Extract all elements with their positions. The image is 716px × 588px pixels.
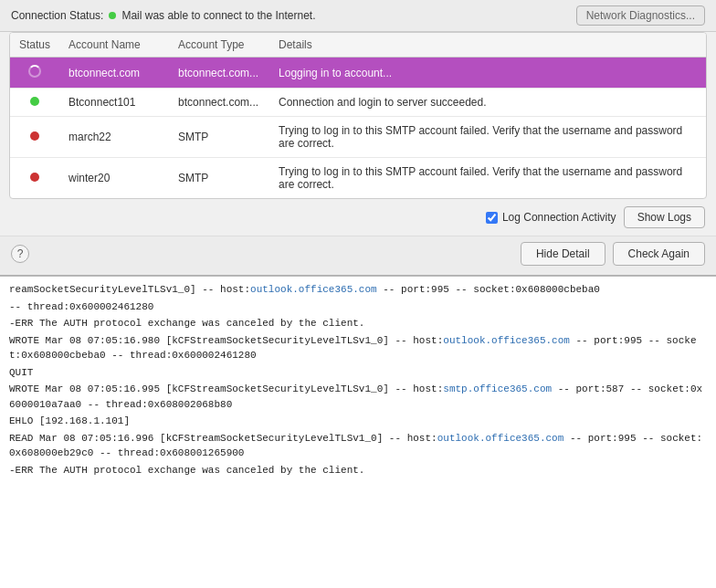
log-panel[interactable]: reamSocketSecurityLevelTLSv1_0] -- host:…	[0, 276, 716, 588]
details-cell: Trying to log in to this SMTP account fa…	[269, 158, 706, 199]
accounts-tbody: btconnect.combtconnect.com...Logging in …	[10, 58, 706, 199]
table-row[interactable]: btconnect.combtconnect.com...Logging in …	[10, 58, 706, 89]
account-name-cell: btconnect.com	[59, 58, 169, 89]
network-diagnostics-button[interactable]: Network Diagnostics...	[576, 5, 705, 26]
col-header-account-name: Account Name	[59, 33, 169, 58]
log-line: EHLO [192.168.1.101]	[9, 414, 707, 429]
status-dot	[30, 97, 39, 106]
table-row[interactable]: march22SMTPTrying to log in to this SMTP…	[10, 117, 706, 158]
details-cell: Connection and login to server succeeded…	[269, 89, 706, 117]
connection-green-dot	[109, 12, 116, 19]
action-buttons-row: ? Hide Detail Check Again	[0, 236, 716, 275]
account-type-cell: btconnect.com...	[169, 89, 269, 117]
status-cell	[10, 58, 59, 89]
help-button[interactable]: ?	[11, 245, 29, 263]
status-cell	[10, 158, 59, 199]
right-buttons: Hide Detail Check Again	[521, 242, 705, 266]
log-line: WROTE Mar 08 07:05:16.980 [kCFStreamSock…	[9, 333, 707, 363]
accounts-table: Status Account Name Account Type Details…	[10, 33, 706, 198]
log-line: QUIT	[9, 365, 707, 381]
check-again-button[interactable]: Check Again	[613, 242, 705, 266]
details-cell: Trying to log in to this SMTP account fa…	[269, 117, 706, 158]
log-link: outlook.office365.com	[437, 433, 564, 444]
top-panel: Connection Status: Mail was able to conn…	[0, 0, 716, 276]
details-text: Connection and login to server succeeded…	[279, 96, 486, 109]
account-type-cell: SMTP	[169, 117, 269, 158]
status-dot	[30, 173, 39, 182]
log-line: WROTE Mar 08 07:05:16.995 [kCFStreamSock…	[9, 382, 707, 412]
table-row[interactable]: winter20SMTPTrying to log in to this SMT…	[10, 158, 706, 199]
account-name-cell: Btconnect101	[59, 89, 169, 117]
status-dot	[28, 65, 41, 78]
account-type-cell: btconnect.com...	[169, 58, 269, 89]
connection-status-left: Connection Status: Mail was able to conn…	[11, 9, 316, 22]
connection-status-text: Mail was able to connect to the Internet…	[121, 9, 315, 22]
log-line: -ERR The AUTH protocol exchange was canc…	[9, 463, 707, 478]
log-line: -ERR The AUTH protocol exchange was canc…	[9, 316, 707, 331]
col-header-status: Status	[10, 33, 59, 58]
table-header-row: Status Account Name Account Type Details	[10, 33, 706, 58]
status-cell	[10, 89, 59, 117]
show-logs-button[interactable]: Show Logs	[624, 206, 705, 228]
log-activity-text: Log Connection Activity	[502, 211, 616, 224]
log-line: reamSocketSecurityLevelTLSv1_0] -- host:…	[9, 282, 707, 298]
status-cell	[10, 117, 59, 158]
hide-detail-button[interactable]: Hide Detail	[521, 242, 605, 266]
log-link: outlook.office365.com	[443, 335, 570, 346]
account-type-cell: SMTP	[169, 158, 269, 199]
log-line: -- thread:0x600002461280	[9, 299, 707, 315]
account-name-cell: winter20	[59, 158, 169, 199]
log-link: outlook.office365.com	[250, 284, 377, 295]
accounts-table-container: Status Account Name Account Type Details…	[9, 32, 707, 199]
table-row[interactable]: Btconnect101btconnect.com...Connection a…	[10, 89, 706, 117]
account-name-cell: march22	[59, 117, 169, 158]
col-header-details: Details	[269, 33, 706, 58]
log-link: smtp.office365.com	[443, 383, 552, 394]
log-line: READ Mar 08 07:05:16.996 [kCFStreamSocke…	[9, 431, 707, 461]
status-dot	[30, 131, 39, 141]
log-activity-checkbox[interactable]	[486, 212, 498, 224]
log-activity-label[interactable]: Log Connection Activity	[486, 211, 616, 224]
details-cell: Logging in to account...	[269, 58, 706, 89]
col-header-account-type: Account Type	[169, 33, 269, 58]
connection-status-label: Connection Status:	[11, 9, 103, 22]
footer-controls: Log Connection Activity Show Logs	[0, 199, 716, 236]
main-container: Connection Status: Mail was able to conn…	[0, 0, 716, 588]
connection-status-bar: Connection Status: Mail was able to conn…	[0, 0, 716, 32]
